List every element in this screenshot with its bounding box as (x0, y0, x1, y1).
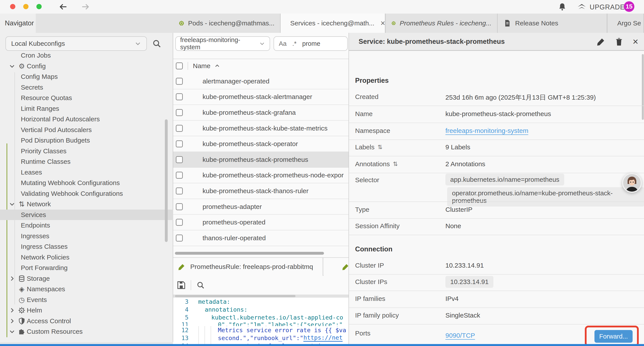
sidebar-item-config[interactable]: ⚙Config (0, 61, 173, 72)
sidebar-scrollbar[interactable] (165, 119, 168, 242)
sidebar-item-services[interactable]: Services (0, 210, 173, 220)
row-checkbox[interactable] (176, 235, 183, 242)
row-checkbox[interactable] (176, 93, 183, 100)
sidebar-item-horizontal-pod-autoscalers[interactable]: Horizontal Pod Autoscalers (0, 114, 173, 125)
chevron-down-icon[interactable] (9, 63, 15, 69)
regex-toggle[interactable]: .* (292, 40, 296, 47)
sidebar-item-helm[interactable]: Helm (0, 305, 173, 316)
tab-services-icecheng-math[interactable]: Services - icecheng@math...× (280, 13, 385, 33)
sidebar-item-namespaces[interactable]: ◈Namespaces (0, 284, 173, 295)
sidebar-item-endpoints[interactable]: Endpoints (0, 220, 173, 231)
notifications-bell-icon[interactable] (558, 2, 566, 12)
sidebar-item-events[interactable]: ◷Events (0, 295, 173, 305)
close-icon[interactable]: × (632, 37, 638, 46)
back-arrow-icon[interactable] (59, 2, 68, 12)
row-checkbox[interactable] (176, 156, 183, 163)
detail-row-label: Type (355, 206, 369, 213)
sidebar-item-priority-classes[interactable]: Priority Classes (0, 146, 173, 157)
sidebar-item-cron-jobs[interactable]: Cron Jobs (0, 50, 173, 61)
sidebar-search-icon[interactable] (152, 39, 161, 48)
table-row[interactable]: kube-prometheus-stack-prometheus (173, 152, 348, 168)
line-number: 12 (173, 327, 188, 334)
sidebar-item-secrets[interactable]: Secrets (0, 82, 173, 93)
sidebar-item-network[interactable]: ⇅Network (0, 199, 173, 210)
table-row[interactable]: kube-prometheus-stack-kube-state-metrics (173, 121, 348, 136)
kubeconfig-selector[interactable]: Local Kubeconfigs (6, 36, 147, 51)
namespace-filter-dropdown[interactable]: freeleaps-monitoring-system (175, 36, 270, 51)
table-row[interactable]: kube-prometheus-stack-alertmanager (173, 89, 348, 105)
zoom-window-button[interactable] (36, 4, 42, 9)
editor-tab-partial[interactable] (324, 258, 348, 276)
close-window-button[interactable] (10, 4, 15, 9)
sidebar-item-limit-ranges[interactable]: Limit Ranges (0, 103, 173, 114)
navigator-panel-tab[interactable]: Navigator (0, 13, 36, 33)
editor-scrollbar-thumb[interactable] (175, 295, 296, 297)
sidebar-item-validating-webhook-configurations[interactable]: Validating Webhook Configurations (0, 188, 173, 199)
match-case-toggle[interactable]: Aa (279, 40, 286, 47)
row-checkbox[interactable] (176, 78, 183, 85)
tab-pods-icecheng-mathmas[interactable]: Pods - icecheng@mathmas... (173, 13, 280, 33)
row-checkbox[interactable] (176, 203, 183, 210)
sidebar-item-ingress-classes[interactable]: Ingress Classes (0, 241, 173, 252)
sidebar-item-ingresses[interactable]: Ingresses (0, 231, 173, 242)
yaml-editor[interactable]: 3metadata:4annotations:5kubectl.kubernet… (173, 298, 348, 344)
sidebar-item-network-policies[interactable]: Network Policies (0, 252, 173, 263)
upgrade-button[interactable]: UPGRADE (577, 2, 625, 12)
sidebar-item-definitions[interactable]: Definitions (0, 337, 173, 339)
table-row[interactable]: thanos-ruler-operated (173, 230, 348, 246)
select-all-checkbox[interactable] (176, 62, 183, 69)
sidebar-item-resource-quotas[interactable]: Resource Quotas (0, 93, 173, 103)
sidebar-item-port-forwarding[interactable]: Port Forwarding (0, 263, 173, 273)
row-checkbox[interactable] (176, 125, 183, 132)
save-icon[interactable] (177, 281, 186, 290)
tab-prometheus-rules-icecheng[interactable]: Prometheus Rules - icecheng... (386, 13, 498, 33)
row-checkbox[interactable] (176, 172, 183, 179)
list-horizontal-scrollbar[interactable] (175, 252, 324, 255)
close-tab-icon[interactable]: × (380, 19, 385, 28)
table-row[interactable]: prometheus-operated (173, 215, 348, 230)
sort-updown-icon[interactable]: ⇅ (393, 161, 398, 168)
row-checkbox[interactable] (176, 109, 183, 116)
editor-search-icon[interactable] (196, 281, 205, 289)
delete-trash-icon[interactable] (615, 37, 624, 46)
sort-ascending-icon[interactable] (214, 63, 220, 69)
sort-updown-icon[interactable]: ⇅ (378, 144, 382, 151)
forward-arrow-icon[interactable] (81, 2, 90, 12)
table-row[interactable]: alertmanager-operated (173, 74, 348, 89)
row-checkbox[interactable] (176, 140, 183, 147)
service-search-input[interactable]: Aa .* prome (274, 36, 348, 51)
name-column-header[interactable]: Name (193, 62, 210, 70)
notification-count-badge[interactable]: 15 (624, 1, 634, 12)
code-link[interactable]: https://net (303, 334, 342, 342)
user-avatar[interactable] (622, 173, 642, 193)
tab-argo-se[interactable]: Argo Se (608, 13, 644, 33)
sidebar-item-mutating-webhook-configurations[interactable]: Mutating Webhook Configurations (0, 178, 173, 188)
minimize-window-button[interactable] (23, 4, 28, 9)
table-row[interactable]: kube-prometheus-stack-operator (173, 136, 348, 152)
sidebar-item-pod-disruption-budgets[interactable]: Pod Disruption Budgets (0, 135, 173, 146)
editor-tab-prometheusrule[interactable]: PrometheusRule: freeleaps-prod-rabbitmq (173, 258, 323, 276)
detail-row-link[interactable]: freeleaps-monitoring-system (446, 127, 528, 135)
table-row[interactable]: prometheus-adapter (173, 199, 348, 215)
port-link[interactable]: 9090/TCP (446, 332, 475, 340)
tab-release-notes[interactable]: Release Notes (498, 13, 607, 33)
table-row[interactable]: kube-prometheus-stack-prometheus-node-ex… (173, 168, 348, 184)
chevron-right-icon[interactable] (9, 318, 15, 324)
chevron-right-icon[interactable] (9, 275, 15, 282)
sidebar-item-leases[interactable]: Leases (0, 167, 173, 178)
chevron-right-icon[interactable] (9, 307, 15, 314)
sidebar-item-access-control[interactable]: Access Control (0, 316, 173, 327)
table-row[interactable]: kube-prometheus-stack-thanos-ruler (173, 183, 348, 199)
row-checkbox[interactable] (176, 219, 183, 226)
sidebar-item-storage[interactable]: Storage (0, 273, 173, 284)
row-checkbox[interactable] (176, 187, 183, 194)
chevron-down-icon[interactable] (9, 328, 15, 335)
chevron-down-icon[interactable] (9, 201, 15, 207)
detail-scrollbar[interactable] (642, 54, 644, 120)
sidebar-item-runtime-classes[interactable]: Runtime Classes (0, 156, 173, 167)
edit-pencil-icon[interactable] (597, 37, 606, 46)
sidebar-item-config-maps[interactable]: Config Maps (0, 71, 173, 82)
sidebar-item-custom-resources[interactable]: Custom Resources (0, 326, 173, 337)
sidebar-item-vertical-pod-autoscalers[interactable]: Vertical Pod Autoscalers (0, 125, 173, 135)
table-row[interactable]: kube-prometheus-stack-grafana (173, 105, 348, 121)
